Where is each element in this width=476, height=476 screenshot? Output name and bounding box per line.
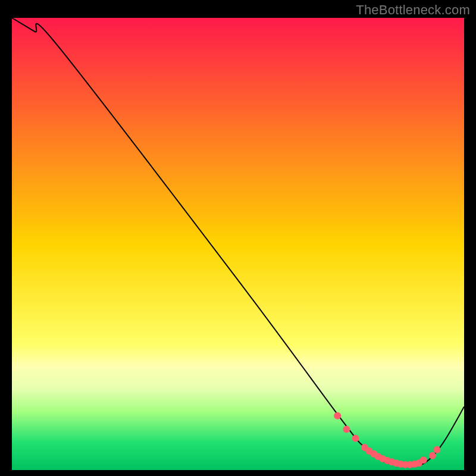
optimal-zone-dot	[352, 435, 359, 442]
optimal-zone-dot	[343, 426, 350, 433]
optimal-zone-dot	[420, 456, 427, 464]
chart-background-gradient	[12, 18, 464, 470]
attribution-label: TheBottleneck.com	[356, 2, 470, 18]
optimal-zone-dot	[334, 412, 341, 419]
optimal-zone-dot	[429, 452, 436, 459]
optimal-zone-dot	[433, 446, 440, 453]
bottleneck-chart	[0, 0, 476, 476]
